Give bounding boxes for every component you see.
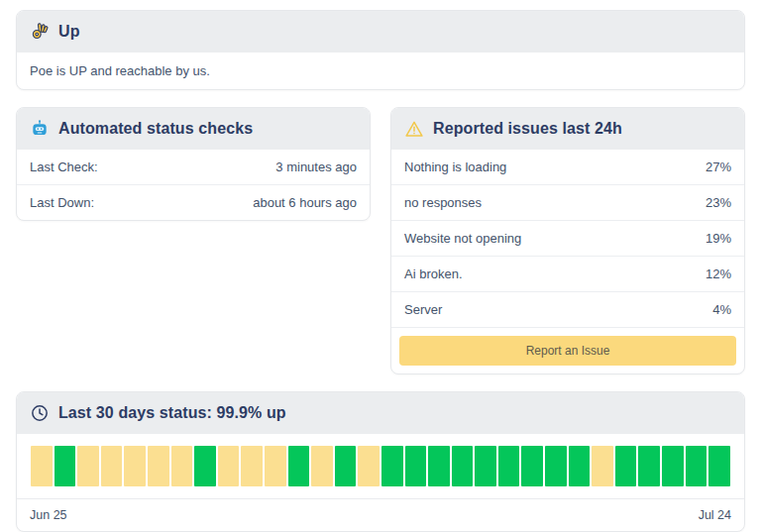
row-label: Server <box>404 302 442 317</box>
history-card: Last 30 days status: 99.9% up Jun 25 Jul… <box>16 391 745 532</box>
checks-title: Automated status checks <box>58 120 253 138</box>
day-square <box>569 446 591 486</box>
checks-card: Automated status checks Last Check:3 min… <box>16 107 371 221</box>
day-square <box>521 446 543 486</box>
robot-icon <box>30 119 50 139</box>
checks-rows: Last Check:3 minutes agoLast Down:about … <box>17 150 370 220</box>
issues-card: Reported issues last 24h Nothing is load… <box>390 107 745 374</box>
status-card: Up Poe is UP and reachable by us. <box>16 10 745 90</box>
status-card-header: Up <box>17 11 744 53</box>
status-title: Up <box>58 23 80 41</box>
row-value: 4% <box>712 302 731 317</box>
clock-icon <box>30 403 50 423</box>
day-square <box>218 446 240 486</box>
check-row: Last Check:3 minutes ago <box>17 150 370 184</box>
day-square <box>615 446 637 486</box>
issue-row: Ai broken.12% <box>391 256 744 291</box>
day-square <box>662 446 684 486</box>
history-title: Last 30 days status: 99.9% up <box>58 404 286 422</box>
row-label: Last Down: <box>30 195 94 210</box>
report-issue-button[interactable]: Report an Issue <box>399 336 736 366</box>
report-button-container: Report an Issue <box>391 327 744 373</box>
checks-card-header: Automated status checks <box>17 108 370 150</box>
row-label: Ai broken. <box>404 266 463 281</box>
day-square <box>31 446 53 486</box>
row-value: 27% <box>706 160 731 174</box>
status-page: Up Poe is UP and reachable by us. <box>0 0 761 532</box>
day-square <box>124 446 146 486</box>
row-value: 23% <box>706 195 731 210</box>
history-footer: Jun 25 Jul 24 <box>17 498 744 531</box>
day-square <box>592 446 613 486</box>
row-value: 3 minutes ago <box>275 160 357 174</box>
day-square <box>638 446 660 486</box>
row-value: about 6 hours ago <box>253 195 357 210</box>
row-label: Last Check: <box>30 160 98 174</box>
row-label: Website not opening <box>404 231 521 246</box>
day-square <box>405 446 427 486</box>
row-label: no responses <box>404 195 482 210</box>
history-end-date: Jul 24 <box>699 508 731 522</box>
day-square <box>311 446 333 486</box>
day-square <box>194 446 216 486</box>
status-message: Poe is UP and reachable by us. <box>17 53 744 89</box>
issue-row: Nothing is loading27% <box>391 150 744 184</box>
row-value: 19% <box>706 231 731 246</box>
day-square <box>148 446 169 486</box>
day-square <box>708 446 730 486</box>
day-square <box>265 446 286 486</box>
day-square <box>101 446 123 486</box>
day-square <box>686 446 707 486</box>
issues-title: Reported issues last 24h <box>433 120 622 138</box>
check-row: Last Down:about 6 hours ago <box>17 184 370 220</box>
day-square <box>381 446 403 486</box>
day-square <box>475 446 496 486</box>
day-square <box>77 446 99 486</box>
day-square <box>241 446 263 486</box>
history-bar <box>17 434 744 498</box>
day-square <box>358 446 380 486</box>
day-square <box>428 446 450 486</box>
row-label: Nothing is loading <box>404 160 506 174</box>
issue-row: Website not opening19% <box>391 220 744 256</box>
history-start-date: Jun 25 <box>30 508 67 522</box>
history-card-header: Last 30 days status: 99.9% up <box>17 392 744 434</box>
day-square <box>171 446 193 486</box>
issue-row: no responses23% <box>391 184 744 220</box>
day-square <box>335 446 357 486</box>
issues-card-header: Reported issues last 24h <box>391 108 744 150</box>
day-square <box>288 446 310 486</box>
issues-rows: Nothing is loading27%no responses23%Webs… <box>391 150 744 327</box>
warning-icon <box>404 119 424 139</box>
day-square <box>452 446 474 486</box>
day-square <box>54 446 76 486</box>
ok-hand-icon <box>30 22 50 42</box>
day-square <box>498 446 520 486</box>
issue-row: Server4% <box>391 291 744 327</box>
row-value: 12% <box>706 266 731 281</box>
day-square <box>545 446 567 486</box>
